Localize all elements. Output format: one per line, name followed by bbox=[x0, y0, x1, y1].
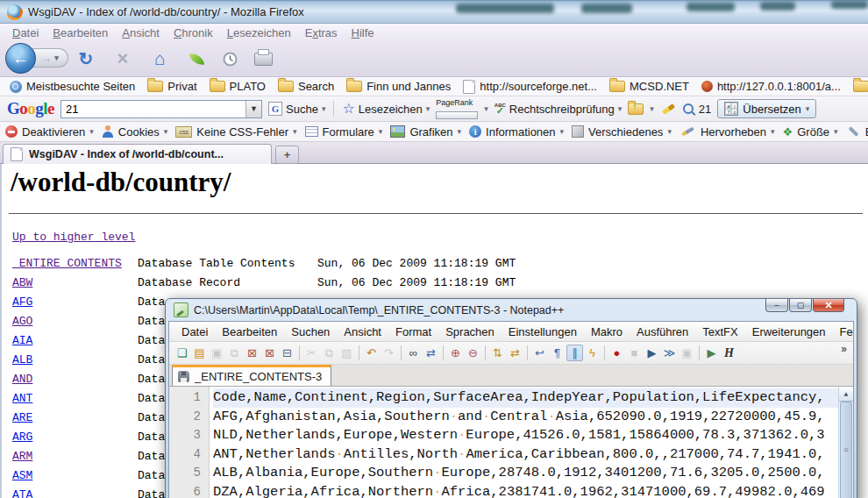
home-button[interactable]: ⌂ bbox=[149, 48, 170, 69]
editor-line[interactable]: ALB,Albania,Europe,Southern·Europe,28748… bbox=[213, 464, 853, 483]
word-wrap-icon[interactable]: ↩ bbox=[531, 345, 548, 361]
function-completion-icon[interactable]: ϟ bbox=[584, 345, 601, 361]
open-folder-icon[interactable]: ▤ bbox=[191, 345, 208, 361]
back-button[interactable]: ← bbox=[5, 43, 36, 74]
word-find-button[interactable]: 21 bbox=[683, 103, 711, 116]
save-all-icon[interactable]: ⧉ bbox=[226, 345, 243, 361]
menu-datei[interactable]: Datei bbox=[5, 25, 46, 40]
link-afg[interactable]: AFG bbox=[12, 295, 32, 309]
sync-horizontal-icon[interactable]: ⇄ bbox=[507, 345, 523, 361]
npp-menu-makro[interactable]: Makro bbox=[584, 325, 630, 338]
link-_entire_contents[interactable]: _ENTIRE_CONTENTS bbox=[12, 257, 122, 270]
editor-line[interactable]: ANT,Netherlands·Antilles,North·America,C… bbox=[213, 445, 853, 465]
npp-menu-format[interactable]: Format bbox=[388, 325, 438, 338]
menu-bearbeiten[interactable]: Bearbeiten bbox=[46, 25, 115, 40]
translate-button[interactable]: aí7ö Übersetzen ▾ bbox=[717, 99, 816, 118]
editor-text-area[interactable]: Code,Name,Continent,Region,SurfaceArea,I… bbox=[210, 387, 853, 498]
close-file-icon[interactable]: ⊠ bbox=[244, 345, 260, 361]
macro-stop-icon[interactable]: ■ bbox=[626, 345, 643, 361]
pagerank-indicator[interactable]: PageRank bbox=[436, 99, 478, 119]
webdev-extras[interactable]: Extras▾ bbox=[846, 125, 868, 139]
chevron-down-icon[interactable]: ▾ bbox=[484, 104, 488, 113]
paste-icon[interactable]: ▧ bbox=[338, 345, 355, 361]
up-to-higher-level-link[interactable]: Up to higher level bbox=[12, 231, 135, 244]
webdev-grafiken[interactable]: Grafiken▾ bbox=[390, 125, 461, 139]
close-button[interactable]: ✕ bbox=[813, 299, 844, 312]
bookmark-plato[interactable]: PLATO bbox=[205, 79, 270, 94]
menu-chronik[interactable]: Chronik bbox=[167, 25, 220, 40]
new-tab-button[interactable]: + bbox=[275, 146, 299, 164]
webdev-formulare[interactable]: Formulare▾ bbox=[305, 125, 383, 139]
editor-line[interactable]: Code,Name,Continent,Region,SurfaceArea,I… bbox=[213, 388, 853, 408]
link-arm[interactable]: ARM bbox=[12, 450, 32, 463]
maximize-button[interactable]: ▢ bbox=[789, 299, 812, 312]
editor-line[interactable]: AFG,Afghanistan,Asia,Southern·and·Centra… bbox=[213, 408, 853, 427]
webdev-hervorheben[interactable]: Hervorheben▾ bbox=[679, 125, 775, 139]
npp-menu-datei[interactable]: Datei bbox=[174, 325, 215, 338]
link-arg[interactable]: ARG bbox=[12, 430, 32, 444]
forward-button[interactable]: →▾ bbox=[32, 48, 68, 68]
bookmark-finn-und-jannes[interactable]: Finn und Jannes bbox=[342, 79, 455, 94]
undo-icon[interactable]: ↶ bbox=[363, 345, 380, 361]
npp-tab-entire-contents[interactable]: _ENTIRE_CONTENTS-3 bbox=[172, 365, 331, 386]
new-file-icon[interactable]: ❏ bbox=[174, 345, 190, 361]
bookmark-http-sourceforge-net-[interactable]: http://sourceforge.net... bbox=[459, 79, 601, 95]
search-history-dropdown[interactable]: ▼ bbox=[245, 101, 261, 117]
macro-record-icon[interactable]: ● bbox=[608, 345, 625, 361]
bookmark-meistbesuchte-seiten[interactable]: Meistbesuchte Seiten bbox=[5, 79, 139, 94]
sync-vertical-icon[interactable]: ⇅ bbox=[489, 345, 506, 361]
google-search-input[interactable] bbox=[61, 103, 245, 116]
bookmark-tree-samples[interactable]: Tree Samples bbox=[849, 79, 868, 94]
highlighter-button[interactable] bbox=[660, 107, 677, 111]
reload-button[interactable]: ↻ bbox=[75, 48, 96, 69]
menu-ansicht[interactable]: Ansicht bbox=[115, 25, 167, 40]
npp-menu-fenster[interactable]: Fenster bbox=[833, 325, 854, 338]
zoom-in-icon[interactable]: ⊕ bbox=[447, 345, 464, 361]
toolbar-overflow-icon[interactable]: » bbox=[841, 342, 849, 355]
npp-menu-bearbeiten[interactable]: Bearbeiten bbox=[215, 325, 284, 338]
feed-button[interactable] bbox=[186, 48, 207, 69]
scroll-up-arrow[interactable]: ▲ bbox=[839, 387, 853, 402]
link-and[interactable]: AND bbox=[12, 373, 32, 386]
google-search-box[interactable]: ▼ bbox=[60, 100, 262, 118]
link-ata[interactable]: ATA bbox=[12, 488, 32, 498]
vertical-scrollbar[interactable]: ▲ ≡ bbox=[838, 387, 853, 498]
webdev-informationen[interactable]: iInformationen▾ bbox=[469, 125, 564, 139]
redo-icon[interactable]: ↷ bbox=[381, 345, 397, 361]
npp-editor[interactable]: 123456 Code,Name,Continent,Region,Surfac… bbox=[169, 387, 853, 498]
bookmark-privat[interactable]: Privat bbox=[143, 79, 201, 94]
copy-icon[interactable]: ⧉ bbox=[321, 345, 338, 361]
minimize-button[interactable]: ‒ bbox=[765, 299, 788, 312]
npp-menu-suchen[interactable]: Suchen bbox=[284, 325, 337, 338]
menu-hilfe[interactable]: Hilfe bbox=[345, 25, 381, 40]
bookmark-http-127-0-0-1-8001-a-[interactable]: http://127.0.0.1:8001/a... bbox=[697, 79, 845, 94]
scrollbar-thumb[interactable]: ≡ bbox=[840, 402, 852, 498]
zoom-out-icon[interactable]: ⊖ bbox=[465, 345, 481, 361]
webdev-gr-e[interactable]: ❖Größe▾ bbox=[783, 125, 838, 139]
stop-button[interactable]: × bbox=[112, 48, 133, 69]
link-asm[interactable]: ASM bbox=[12, 469, 32, 482]
history-button[interactable] bbox=[219, 48, 240, 69]
bookmark-mcsd-net[interactable]: MCSD.NET bbox=[605, 79, 694, 94]
google-bookmarks-button[interactable]: ☆ Lesezeichen ▾ bbox=[342, 102, 430, 116]
close-all-icon[interactable]: ⊠ bbox=[261, 345, 278, 361]
tab-wsgidav-index[interactable]: WsgiDAV - Index of /world-db/count... bbox=[3, 144, 272, 164]
editor-line[interactable]: NLD,Netherlands,Europe,Western·Europe,41… bbox=[213, 426, 853, 445]
webdev-verschiedenes[interactable]: Verschiedenes▾ bbox=[572, 125, 672, 139]
spellcheck-button[interactable]: ABC✓ Rechtschreibprüfung ▾ bbox=[494, 103, 623, 116]
npp-menu-sprachen[interactable]: Sprachen bbox=[438, 325, 502, 338]
cut-icon[interactable]: ✂ bbox=[303, 345, 320, 361]
editor-line[interactable]: DZA,Algeria,Africa,Northern·Africa,23817… bbox=[213, 483, 853, 498]
link-ago[interactable]: AGO bbox=[12, 315, 32, 328]
macro-play-icon[interactable]: ▶ bbox=[644, 345, 660, 361]
indent-guide-icon[interactable]: ∥ bbox=[566, 345, 583, 361]
macro-save-icon[interactable]: ▣ bbox=[679, 345, 695, 361]
npp-menu-erweiterungen[interactable]: Erweiterungen bbox=[745, 325, 833, 338]
webdev-keine-css-fehler[interactable]: cssKeine CSS-Fehler▾ bbox=[175, 125, 296, 139]
print-icon[interactable]: ⊟ bbox=[279, 345, 295, 361]
link-are[interactable]: ARE bbox=[12, 411, 32, 424]
link-aia[interactable]: AIA bbox=[12, 334, 32, 347]
link-ant[interactable]: ANT bbox=[12, 392, 32, 405]
npp-menu-ansicht[interactable]: Ansicht bbox=[337, 325, 388, 338]
link-abw[interactable]: ABW bbox=[12, 276, 32, 289]
